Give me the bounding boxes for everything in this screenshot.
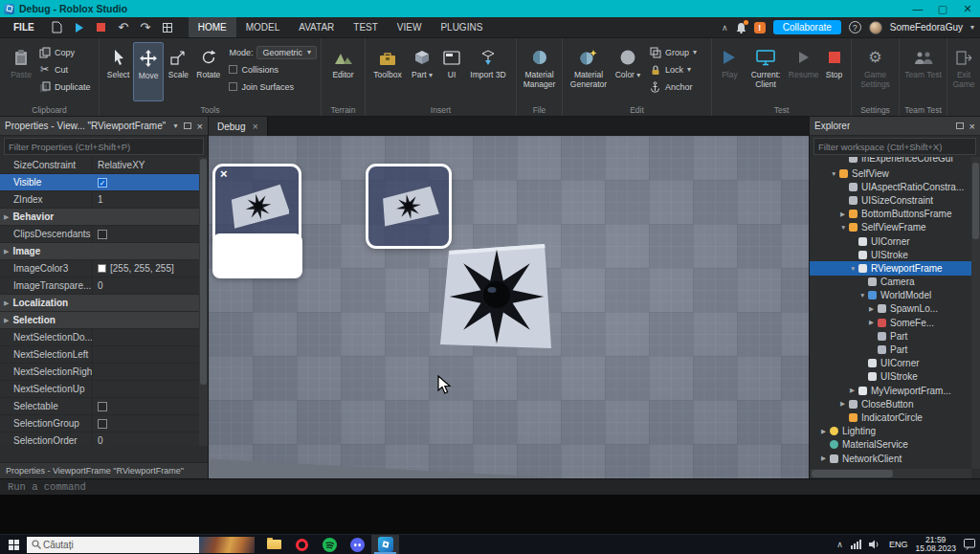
close-panel-icon[interactable]: × [197, 122, 203, 131]
opera-icon[interactable] [288, 535, 316, 554]
tree-item-uistroke[interactable]: UIStroke [810, 248, 971, 261]
minimize-button[interactable]: — [905, 0, 930, 17]
document-icon[interactable] [50, 20, 65, 35]
tree-item-closebutton[interactable]: ▶CloseButton [810, 397, 971, 410]
toolbox-button[interactable]: Toolbox [369, 42, 406, 101]
stop-icon[interactable] [94, 20, 109, 35]
property-row-imagetranspare[interactable]: ImageTranspare...0 [0, 277, 208, 295]
property-row-visible[interactable]: Visible✓ [0, 174, 208, 191]
tree-item-camera[interactable]: Camera [810, 276, 971, 289]
explorer-filter[interactable] [813, 138, 976, 155]
tree-item-uistroke[interactable]: UIStroke [810, 370, 971, 384]
property-row-nextselectionright[interactable]: NextSelectionRight [0, 364, 208, 381]
screenshot-icon[interactable] [160, 20, 175, 35]
expand-arrow[interactable]: ▼ [840, 224, 849, 231]
discord-icon[interactable] [344, 535, 371, 554]
tree-item-worldmodel[interactable]: ▼WorldModel [810, 289, 971, 302]
collaborate-button[interactable]: Collaborate [773, 20, 841, 34]
cut-button[interactable]: ✂Cut [38, 62, 91, 77]
expand-arrow[interactable]: ▶ [840, 211, 849, 218]
anchor-button[interactable]: Anchor [649, 79, 697, 94]
tree-item-networkclient[interactable]: ▶NetworkClient [810, 452, 971, 465]
property-row-selectable[interactable]: Selectable [0, 398, 208, 415]
3d-viewport[interactable]: × [209, 136, 809, 478]
notifications-bell-icon[interactable] [736, 22, 746, 33]
maximize-button[interactable]: ▢ [930, 0, 955, 17]
file-menu-button[interactable]: FILE [6, 19, 42, 35]
tree-item-part[interactable]: Part [810, 329, 971, 343]
taskbar-search[interactable] [27, 537, 255, 553]
roblox-studio-icon[interactable] [371, 535, 399, 554]
mode-dropdown[interactable]: Geometric▾ [256, 46, 317, 59]
clock[interactable]: 21:59 15.08.2023 [915, 536, 956, 553]
expand-arrow[interactable]: ▶ [4, 317, 9, 324]
tab-home[interactable]: HOME [189, 17, 236, 37]
expand-arrow[interactable]: ▼ [831, 170, 839, 177]
tree-item-uisizeconstraint[interactable]: UISizeConstraint [810, 193, 971, 207]
property-row-imagecolor3[interactable]: ImageColor3[255, 255, 255] [0, 260, 208, 277]
action-center-icon[interactable] [964, 539, 976, 550]
expand-arrow[interactable]: ▶ [869, 319, 878, 326]
tree-item-materialservice[interactable]: MaterialService [810, 438, 971, 452]
tab-model[interactable]: MODEL [236, 17, 290, 37]
select-tool-button[interactable]: Select [103, 42, 133, 101]
tree-item-inexperiencecoregui[interactable]: InExperienceCoreGui [810, 157, 971, 166]
explorer-hscrollbar[interactable] [810, 469, 971, 478]
command-bar[interactable] [0, 478, 980, 495]
popout-icon[interactable] [184, 122, 191, 129]
material-manager-button[interactable]: Material Manager [521, 42, 558, 101]
properties-filter[interactable] [4, 138, 204, 155]
properties-filter-input[interactable] [5, 142, 203, 152]
user-avatar[interactable] [869, 21, 882, 34]
explorer-filter-input[interactable] [814, 142, 975, 152]
rotate-tool-button[interactable]: Rotate [193, 42, 223, 101]
checkbox[interactable] [98, 419, 107, 429]
popout-icon[interactable] [956, 122, 964, 129]
panel-menu-icon[interactable]: ▾ [174, 122, 178, 130]
expand-arrow[interactable]: ▶ [821, 428, 830, 435]
tree-item-myviewportfram-[interactable]: ▶MyViewportFram... [810, 384, 971, 397]
resume-button[interactable]: Resume [788, 42, 819, 101]
expand-arrow[interactable]: ▼ [859, 292, 868, 299]
group-button[interactable]: Group▾ [649, 45, 697, 59]
tree-item-uicorner[interactable]: UICorner [810, 234, 971, 248]
tree-item-uicorner[interactable]: UICorner [810, 357, 971, 370]
property-section-selection[interactable]: ▶Selection [0, 312, 208, 329]
tab-test[interactable]: TEST [344, 17, 388, 37]
checkbox[interactable] [98, 402, 107, 411]
expand-arrow[interactable]: ▶ [850, 387, 858, 394]
property-row-zindex[interactable]: ZIndex1 [0, 191, 208, 209]
viewport-tab-debug[interactable]: Debug × [209, 117, 268, 136]
tree-item-uiaspectratioconstra-[interactable]: UIAspectRatioConstra... [810, 180, 971, 193]
tab-avatar[interactable]: AVATAR [289, 17, 344, 37]
language-indicator[interactable]: ENG [889, 540, 908, 549]
property-row-selectionorder[interactable]: SelectionOrder0 [0, 432, 208, 446]
checkbox[interactable]: ✓ [98, 178, 107, 188]
tab-plugins[interactable]: PLUGINS [431, 17, 492, 37]
game-settings-button[interactable]: ⚙ Game Settings [856, 42, 895, 101]
expand-arrow[interactable]: ▶ [4, 248, 9, 255]
scrollbar-thumb[interactable] [972, 163, 979, 239]
property-row-nextselectiondo[interactable]: NextSelectionDo... [0, 329, 208, 346]
explorer-vscrollbar[interactable] [971, 157, 980, 469]
color-swatch[interactable] [98, 264, 106, 273]
lock-button[interactable]: Lock▾ [649, 62, 697, 77]
close-tab-icon[interactable]: × [252, 121, 257, 132]
duplicate-button[interactable]: Duplicate [38, 79, 91, 94]
collisions-checkbox[interactable]: Collisions [229, 62, 317, 77]
search-highlight-image[interactable] [199, 537, 255, 553]
tree-item-somefe-[interactable]: ▶SomeFe... [810, 316, 971, 329]
tree-item-selfviewframe[interactable]: ▼SelfViewFrame [810, 221, 971, 234]
undo-icon[interactable]: ↶ [116, 20, 131, 35]
help-icon[interactable]: ? [849, 21, 861, 33]
tree-item-selfview[interactable]: ▼SelfView [810, 166, 971, 180]
tree-item-spawnlo-[interactable]: ▶SpawnLo... [810, 302, 971, 316]
color-button[interactable]: Color ▾ [612, 42, 643, 101]
scrollbar-thumb[interactable] [200, 159, 207, 385]
tab-view[interactable]: VIEW [388, 17, 432, 37]
expand-arrow[interactable]: ▶ [4, 213, 9, 221]
start-button[interactable] [0, 535, 27, 554]
scrollbar-thumb[interactable] [812, 470, 893, 477]
selfview-close-button[interactable]: × [220, 167, 228, 180]
command-bar-input[interactable] [0, 481, 980, 493]
